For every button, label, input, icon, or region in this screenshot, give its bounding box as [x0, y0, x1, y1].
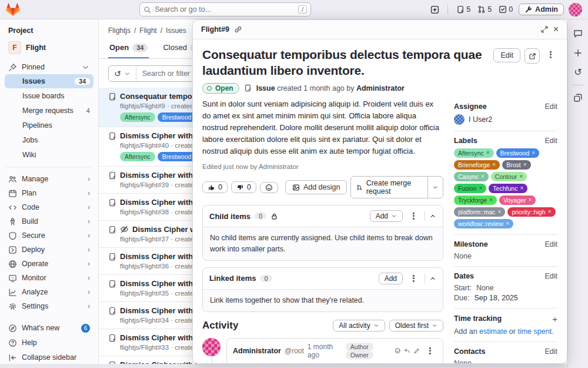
topbar-issues-count[interactable]: 5	[455, 4, 472, 15]
thumbs-up-button[interactable]: 0	[202, 181, 228, 193]
remove-label-icon[interactable]: ×	[479, 185, 483, 191]
sidebar-item-monitor[interactable]: Monitor›	[5, 271, 93, 285]
open-in-full-button[interactable]	[524, 48, 540, 64]
label-pill[interactable]: Aftersync	[120, 112, 155, 122]
related-items-icon[interactable]	[573, 93, 583, 102]
comment-author-avatar[interactable]	[202, 338, 220, 356]
remove-label-icon[interactable]: ×	[498, 208, 502, 215]
remove-label-icon[interactable]: ×	[548, 208, 552, 215]
time-spent-link[interactable]: time spent	[517, 327, 552, 336]
breadcrumb-item[interactable]: Flight	[139, 26, 156, 35]
label-pill[interactable]: Voyager×	[499, 195, 536, 205]
label-pill[interactable]: Brestwood	[158, 112, 196, 122]
sidebar-item-secure[interactable]: Secure›	[5, 228, 93, 243]
edit-milestone-link[interactable]: Edit	[544, 240, 557, 248]
topbar-todo-count[interactable]: 0	[497, 4, 514, 15]
remove-label-icon[interactable]: ×	[506, 220, 509, 227]
remove-label-icon[interactable]: ×	[492, 161, 496, 168]
edit-labels-link[interactable]: Edit	[544, 137, 557, 145]
add-time-entry-button[interactable]: +	[552, 314, 557, 324]
sidebar-item-manage[interactable]: Manage›	[5, 172, 93, 186]
issue-state-tab[interactable]: Open 34	[108, 37, 149, 58]
sidebar-pinned-item[interactable]: Pipelines	[5, 118, 93, 132]
user-avatar[interactable]	[569, 3, 582, 16]
label-pill[interactable]: Contour×	[491, 172, 527, 181]
gitlab-logo-icon[interactable]	[6, 2, 21, 16]
expand-icon[interactable]	[540, 25, 549, 34]
remove-label-icon[interactable]: ×	[529, 197, 532, 203]
create-merge-request-button[interactable]: Create merge request	[351, 177, 427, 198]
label-pill[interactable]: Aftersync	[120, 152, 155, 161]
label-pill[interactable]: Tryckforge×	[454, 195, 497, 205]
label-pill[interactable]: platform::mac×	[454, 207, 505, 217]
add-emoji-button[interactable]	[260, 182, 278, 193]
label-pill[interactable]: Brestwood	[158, 152, 196, 161]
comments-icon[interactable]	[573, 29, 583, 38]
child-items-kebab[interactable]: ⋮	[407, 210, 420, 223]
pencil-icon[interactable]	[414, 347, 420, 354]
history-icon[interactable]: ↺	[574, 68, 582, 77]
label-pill[interactable]: Fusion×	[454, 184, 486, 193]
remove-label-icon[interactable]: ×	[532, 150, 535, 156]
recent-searches-dropdown[interactable]: ↺	[109, 66, 136, 81]
comment-author-name[interactable]: Administrator	[233, 347, 281, 355]
sidebar-pinned-item[interactable]: Issue boards	[5, 89, 93, 103]
remove-label-icon[interactable]: ×	[523, 161, 527, 168]
breadcrumb-item[interactable]: Issues	[166, 26, 186, 35]
edit-button[interactable]: Edit	[493, 48, 520, 62]
add-child-item-button[interactable]: Add	[370, 210, 403, 222]
sidebar-item-settings[interactable]: Settings›	[5, 299, 93, 313]
remove-label-icon[interactable]: ×	[519, 173, 523, 180]
sidebar-project-flight[interactable]: F Flight	[5, 39, 93, 60]
collapse-widget-icon[interactable]	[429, 275, 436, 282]
activity-sort-dropdown[interactable]: Oldest first	[389, 320, 443, 331]
add-design-button[interactable]: Add design	[285, 180, 348, 194]
add-reaction-icon[interactable]	[395, 347, 400, 354]
sidebar-item-pinned[interactable]: Pinned	[5, 60, 93, 74]
sidebar-item-analyze[interactable]: Analyze›	[5, 285, 93, 299]
topbar-merge-requests-count[interactable]: 5	[476, 4, 493, 15]
label-pill[interactable]: Casync×	[454, 172, 489, 181]
estimate-link[interactable]: estimate	[479, 327, 507, 336]
comment-kebab[interactable]: ⋮	[423, 344, 437, 357]
sidebar-item-plan[interactable]: Plan›	[5, 186, 93, 200]
label-pill[interactable]: priority::high×	[507, 207, 555, 217]
remove-label-icon[interactable]: ×	[489, 197, 493, 203]
sidebar-pinned-item[interactable]: Issues 34	[5, 74, 93, 88]
link-icon[interactable]	[234, 25, 242, 34]
label-pill[interactable]: Brestwood×	[496, 148, 539, 158]
thumbs-down-button[interactable]: 0	[231, 181, 256, 193]
label-pill[interactable]: Aftersync×	[454, 148, 494, 158]
create-mr-dropdown-toggle[interactable]	[427, 177, 443, 198]
sidebar-item-operate[interactable]: Operate›	[5, 257, 93, 271]
sidebar-pinned-item[interactable]: Jobs	[5, 133, 93, 147]
reply-icon[interactable]	[404, 347, 410, 354]
sidebar-pinned-item[interactable]: Wiki	[5, 148, 93, 162]
assignee-name[interactable]: I User2	[469, 115, 492, 124]
activity-filter-dropdown[interactable]: All activity	[333, 320, 385, 331]
label-pill[interactable]: Techfunc×	[489, 184, 527, 193]
remove-label-icon[interactable]: ×	[481, 173, 485, 180]
remove-label-icon[interactable]: ×	[486, 150, 490, 156]
sidebar-pinned-item[interactable]: Merge requests 4	[5, 104, 93, 118]
breadcrumb-item[interactable]: Flightjs	[108, 26, 131, 35]
plus-icon[interactable]	[573, 48, 583, 58]
sidebar-item-build[interactable]: Build›	[5, 214, 93, 228]
remove-label-icon[interactable]: ×	[520, 185, 523, 191]
sidebar-item-whats-new[interactable]: What's new 6	[5, 321, 93, 335]
edit-assignee-link[interactable]: Edit	[544, 102, 557, 111]
label-pill[interactable]: Brieneforge×	[454, 160, 500, 170]
close-icon[interactable]: ×	[553, 25, 559, 34]
edit-dates-link[interactable]: Edit	[544, 272, 557, 280]
create-new-button[interactable]	[429, 4, 440, 15]
admin-mode-button[interactable]: Admin	[519, 4, 564, 15]
global-search-input[interactable]: Search or go to... /	[139, 2, 311, 16]
sidebar-item-code[interactable]: Code›	[5, 200, 93, 214]
label-pill[interactable]: Brost×	[502, 160, 530, 170]
collapse-widget-icon[interactable]	[429, 213, 436, 220]
author-name[interactable]: Administrator	[356, 84, 405, 92]
edit-contacts-link[interactable]: Edit	[544, 347, 557, 356]
linked-items-kebab[interactable]: ⋮	[407, 272, 420, 285]
sidebar-collapse-button[interactable]: Collapse sidebar	[5, 350, 93, 364]
sidebar-item-help[interactable]: Help	[5, 336, 93, 350]
